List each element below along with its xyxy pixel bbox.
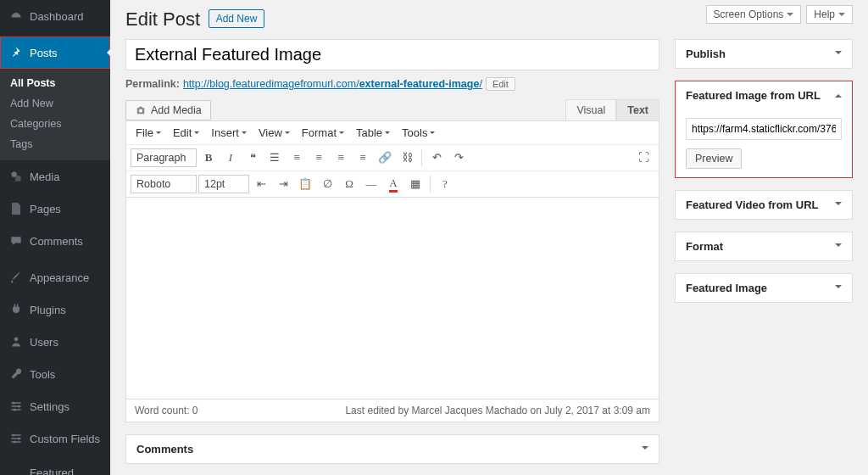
format-select[interactable]: Paragraph <box>131 148 197 167</box>
submenu-tags[interactable]: Tags <box>0 134 110 154</box>
blockquote-icon[interactable]: ❝ <box>242 148 263 168</box>
fifu-preview-button[interactable]: Preview <box>686 148 742 169</box>
clear-format-icon[interactable]: ∅ <box>317 174 337 194</box>
align-right-icon[interactable]: ≡ <box>353 148 373 168</box>
brush-icon <box>8 269 25 286</box>
featured-video-panel-header[interactable]: Featured Video from URL <box>676 191 852 219</box>
featured-image-panel-header[interactable]: Featured Image <box>676 274 852 302</box>
unlink-icon[interactable]: ⛓ <box>397 148 417 168</box>
table-icon[interactable]: ▦ <box>405 174 426 194</box>
hr-icon[interactable]: — <box>361 174 381 194</box>
special-char-icon[interactable]: Ω <box>339 174 359 194</box>
fifu-panel-header[interactable]: Featured Image from URL <box>676 81 852 109</box>
visual-tab[interactable]: Visual <box>565 99 616 121</box>
content-area: Screen Options Help Edit Post Add New Pe… <box>110 0 868 475</box>
sidebar-label: Dashboard <box>30 10 84 23</box>
fifu-panel: Featured Image from URL Preview <box>675 81 853 178</box>
menu-format[interactable]: Format <box>297 124 349 142</box>
svg-point-4 <box>14 408 16 411</box>
link-icon[interactable]: 🔗 <box>375 148 395 168</box>
sidebar-item-fifu[interactable]: Featured Image From URL <box>0 459 110 475</box>
permalink-url[interactable]: http://blog.featuredimagefromurl.com/ext… <box>183 78 482 90</box>
help-button[interactable]: Help <box>806 5 853 24</box>
chevron-down-icon <box>787 13 793 20</box>
submenu-all-posts[interactable]: All Posts <box>0 73 110 93</box>
sidebar-label: Appearance <box>30 271 89 284</box>
align-left-icon[interactable]: ≡ <box>309 148 329 168</box>
screen-options-button[interactable]: Screen Options <box>706 5 802 24</box>
post-title-input[interactable] <box>125 39 659 70</box>
help-icon[interactable]: ? <box>435 174 455 194</box>
chevron-down-icon <box>642 446 648 453</box>
font-select[interactable]: Roboto <box>131 175 197 193</box>
page-icon <box>8 200 25 217</box>
sidebar-label: Featured Image From URL <box>30 467 103 475</box>
sidebar-item-plugins[interactable]: Plugins <box>0 293 110 326</box>
sidebar-item-comments[interactable]: Comments <box>0 225 110 257</box>
sliders-icon <box>8 398 25 415</box>
chevron-down-icon <box>835 51 842 58</box>
plug-icon <box>8 301 25 318</box>
svg-point-6 <box>18 437 20 439</box>
sidebar-item-dashboard[interactable]: Dashboard <box>0 0 110 32</box>
submenu-add-new[interactable]: Add New <box>0 93 110 114</box>
bold-icon[interactable]: B <box>198 148 219 168</box>
undo-icon[interactable]: ↶ <box>426 148 447 168</box>
editor-content[interactable] <box>125 198 659 400</box>
size-select[interactable]: 12pt <box>198 175 249 193</box>
add-new-button[interactable]: Add New <box>209 9 265 28</box>
sidebar-item-pages[interactable]: Pages <box>0 193 110 225</box>
sidebar-label: Comments <box>30 235 83 248</box>
redo-icon[interactable]: ↷ <box>448 148 469 168</box>
fullscreen-icon[interactable]: ⛶ <box>633 148 654 168</box>
add-media-button[interactable]: Add Media <box>125 100 211 120</box>
svg-point-1 <box>14 337 19 341</box>
menu-file[interactable]: File <box>131 124 166 142</box>
menu-edit[interactable]: Edit <box>168 124 204 142</box>
menu-view[interactable]: View <box>253 124 295 142</box>
admin-sidebar: Dashboard Posts All Posts Add New Catego… <box>0 0 110 475</box>
sidebar-item-media[interactable]: Media <box>0 160 110 193</box>
sidebar-item-appearance[interactable]: Appearance <box>0 261 110 293</box>
indent-icon[interactable]: ⇥ <box>273 174 293 194</box>
camera-icon <box>135 104 147 116</box>
italic-icon[interactable]: I <box>220 148 241 168</box>
chevron-down-icon <box>835 285 842 292</box>
sliders-icon <box>8 430 25 447</box>
sidebar-label: Users <box>30 336 58 349</box>
bullet-list-icon[interactable]: ☰ <box>264 148 285 168</box>
sidebar-item-custom-fields[interactable]: Custom Fields <box>0 422 110 455</box>
text-color-icon[interactable]: A <box>383 174 403 194</box>
outdent-icon[interactable]: ⇤ <box>251 174 271 194</box>
comments-title: Comments <box>136 443 193 455</box>
sidebar-label: Custom Fields <box>30 433 100 445</box>
submenu-categories[interactable]: Categories <box>0 114 110 134</box>
fifu-title: Featured Image from URL <box>686 89 821 102</box>
screen-options-label: Screen Options <box>714 8 784 20</box>
menu-table[interactable]: Table <box>351 124 395 142</box>
wrench-icon <box>8 366 25 383</box>
sidebar-label: Tools <box>30 368 55 381</box>
comment-icon <box>8 232 25 249</box>
numbered-list-icon[interactable]: ≡ <box>287 148 307 168</box>
featured-video-title: Featured Video from URL <box>686 198 819 211</box>
sidebar-item-settings[interactable]: Settings <box>0 390 110 422</box>
menu-insert[interactable]: Insert <box>206 124 252 142</box>
align-center-icon[interactable]: ≡ <box>331 148 351 168</box>
sidebar-item-tools[interactable]: Tools <box>0 358 110 390</box>
sidebar-item-users[interactable]: Users <box>0 326 110 358</box>
sidebar-label: Pages <box>30 203 61 215</box>
menu-tools[interactable]: Tools <box>397 124 440 142</box>
format-panel-header[interactable]: Format <box>676 232 852 260</box>
sidebar-item-posts[interactable]: Posts <box>0 36 110 69</box>
featured-image-title: Featured Image <box>686 282 767 294</box>
paste-icon[interactable]: 📋 <box>295 174 315 194</box>
publish-panel-header[interactable]: Publish <box>676 40 852 68</box>
editor-toolbar: File Edit Insert View Format Table Tools… <box>125 120 659 198</box>
edit-slug-button[interactable]: Edit <box>486 77 515 91</box>
svg-point-5 <box>12 433 14 436</box>
text-tab[interactable]: Text <box>616 99 659 121</box>
dashboard-icon <box>8 8 25 25</box>
comments-panel-header[interactable]: Comments <box>126 435 659 463</box>
fifu-url-input[interactable] <box>686 118 842 140</box>
